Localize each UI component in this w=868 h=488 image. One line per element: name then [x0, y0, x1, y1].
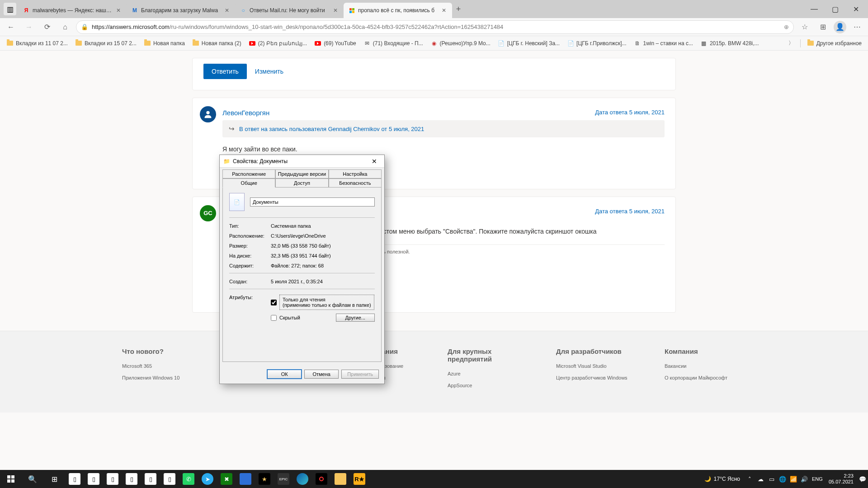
close-icon[interactable]: ✕	[332, 7, 339, 14]
taskbar-app-epic[interactable]: EPIC	[275, 470, 292, 488]
taskbar-app-edge[interactable]	[294, 470, 311, 488]
tab-location[interactable]: Расположение	[222, 169, 275, 178]
footer-heading: Что нового?	[122, 347, 203, 355]
tab-security[interactable]: Безопасность	[329, 178, 382, 188]
browser-tab[interactable]: Я malwarebytes — Яндекс: нашло ✕	[18, 3, 127, 18]
folder-icon	[807, 40, 814, 47]
maximize-button[interactable]: ▢	[825, 2, 845, 16]
folder-icon	[192, 40, 199, 47]
taskbar-app[interactable]: ▯	[66, 470, 83, 488]
forward-button[interactable]: →	[22, 20, 36, 34]
browser-tab[interactable]: ○ Ответы Mail.ru: Не могу войти ✕	[235, 3, 344, 18]
bookmark[interactable]: 📄[ЦГБ г. Невский] За...	[495, 38, 562, 49]
tab-sharing[interactable]: Доступ	[275, 178, 328, 188]
footer-link[interactable]: Центр разработчиков Windows	[556, 375, 637, 380]
bookmark[interactable]: (2) Բեռ բանուկյ...	[246, 38, 310, 49]
folder-name-input[interactable]	[250, 197, 375, 206]
taskbar-app-telegram[interactable]: ➤	[199, 470, 216, 488]
tray-volume-icon[interactable]: 🔊	[799, 470, 810, 488]
bookmark[interactable]: Новая папка	[141, 38, 188, 49]
bookmark[interactable]: Вкладки из 11 07 2...	[4, 38, 71, 49]
tray-network-icon[interactable]: 🌐	[777, 470, 788, 488]
reader-icon[interactable]: ⊕	[784, 23, 789, 30]
tray-meet-icon[interactable]: ▭	[766, 470, 777, 488]
bookmark[interactable]: ✉(71) Входящие - П...	[361, 38, 426, 49]
close-icon[interactable]: ✕	[223, 7, 231, 14]
new-tab-button[interactable]: +	[452, 3, 465, 15]
weather-widget[interactable]: 🌙 17°C Ясно	[700, 476, 745, 482]
reply-button[interactable]: Ответить	[203, 64, 247, 79]
bookmarks-overflow-icon[interactable]: 〉	[786, 39, 797, 47]
back-button[interactable]: ←	[4, 20, 18, 34]
bookmark[interactable]: 📄[ЦГБ г.Приволжск]...	[564, 38, 629, 49]
taskbar-app[interactable]: ▯	[85, 470, 102, 488]
search-button[interactable]: 🔍	[22, 470, 43, 488]
taskbar-app[interactable]	[237, 470, 254, 488]
page-footer: Что нового?Microsoft 365Приложения Windo…	[0, 331, 868, 413]
start-button[interactable]	[0, 470, 22, 488]
footer-link[interactable]: AppSource	[448, 383, 529, 388]
collections-icon[interactable]: ⊞	[816, 20, 830, 34]
taskbar-app[interactable]: ★	[256, 470, 273, 488]
reply-reference[interactable]: ↪ В ответ на запись пользователя Gennadi…	[222, 120, 665, 137]
taskbar-app-whatsapp[interactable]: ✆	[180, 470, 197, 488]
svg-rect-2	[11, 475, 14, 479]
tray-onedrive-icon[interactable]: ☁	[755, 470, 766, 488]
close-button[interactable]: ✕	[845, 2, 866, 16]
tab-previous-versions[interactable]: Предыдущие версии	[275, 169, 328, 178]
footer-link[interactable]: Приложения Windows 10	[122, 375, 203, 380]
tab-actions-icon[interactable]: ▥	[4, 3, 16, 15]
minimize-button[interactable]: —	[804, 2, 825, 16]
bookmark[interactable]: 🗎1win – ставки на с...	[631, 38, 696, 49]
taskbar-app[interactable]: ▯	[161, 470, 178, 488]
footer-link[interactable]: Microsoft Visual Studio	[556, 363, 637, 369]
taskbar-app-explorer[interactable]	[332, 470, 349, 488]
notifications-icon[interactable]: 💬	[857, 470, 868, 488]
apply-button[interactable]: Применить	[341, 370, 379, 379]
bookmark[interactable]: Новая папка (2)	[189, 38, 244, 49]
taskbar-app[interactable]: ▯	[104, 470, 121, 488]
favorites-icon[interactable]: ☆	[797, 20, 812, 34]
bookmark[interactable]: Вкладки из 15 07 2...	[72, 38, 139, 49]
bookmark[interactable]: ▦2015р. BMW 428i,...	[698, 38, 762, 49]
taskbar-app-xbox[interactable]: ✖	[218, 470, 235, 488]
home-button[interactable]: ⌂	[58, 20, 72, 34]
ok-button[interactable]: ОК	[267, 370, 302, 379]
profile-avatar[interactable]: 👤	[834, 21, 846, 33]
value: 32,0 МБ (33 558 750 байт)	[271, 243, 375, 249]
label: Содержит:	[229, 263, 271, 268]
tab-general[interactable]: Общие	[222, 178, 275, 188]
menu-icon[interactable]: ⋯	[850, 20, 864, 34]
footer-link[interactable]: Azure	[448, 371, 529, 376]
browser-tab[interactable]: M Благодарим за загрузку Malwa ✕	[127, 3, 235, 18]
taskbar-app-record[interactable]	[313, 470, 330, 488]
hidden-checkbox[interactable]	[271, 315, 277, 321]
task-view-button[interactable]: ⊞	[43, 470, 65, 488]
cancel-button[interactable]: Отмена	[304, 370, 339, 379]
taskbar-app[interactable]: ▯	[123, 470, 140, 488]
taskbar-app-rockstar[interactable]: R★	[351, 470, 368, 488]
close-icon[interactable]: ✕	[440, 7, 448, 14]
bookmark[interactable]: (69) YouTube	[311, 38, 359, 49]
edit-link[interactable]: Изменить	[255, 68, 283, 75]
footer-link[interactable]: Microsoft 365	[122, 363, 203, 369]
other-attributes-button[interactable]: Другие...	[336, 314, 375, 322]
other-bookmarks[interactable]: Другое избранное	[804, 38, 864, 49]
tray-chevron-icon[interactable]: ˄	[745, 470, 755, 488]
refresh-button[interactable]: ⟳	[40, 20, 54, 34]
browser-tab[interactable]: пропало всё с пк, появились б ✕	[344, 3, 452, 18]
readonly-checkbox[interactable]	[271, 300, 277, 305]
bookmark[interactable]: ◉(Решено)Упр.9 Мо...	[428, 38, 493, 49]
post-author[interactable]: ЛевонГеворгян	[222, 109, 269, 117]
url-input[interactable]: 🔒 https://answers.microsoft.com/ru-ru/wi…	[76, 20, 794, 34]
tab-customize[interactable]: Настройка	[329, 169, 382, 178]
close-icon[interactable]: ✕	[368, 157, 381, 166]
dialog-titlebar[interactable]: 📁 Свойства: Документы ✕	[220, 155, 384, 168]
footer-link[interactable]: Вакансии	[665, 363, 746, 369]
tray-wifi-icon[interactable]: 📶	[788, 470, 799, 488]
close-icon[interactable]: ✕	[115, 7, 122, 14]
tray-language[interactable]: ENG	[810, 470, 825, 488]
footer-link[interactable]: О корпорации Майкрософт	[665, 375, 746, 380]
taskbar-clock[interactable]: 2:2305.07.2021	[825, 473, 857, 485]
taskbar-app[interactable]: ▯	[142, 470, 159, 488]
